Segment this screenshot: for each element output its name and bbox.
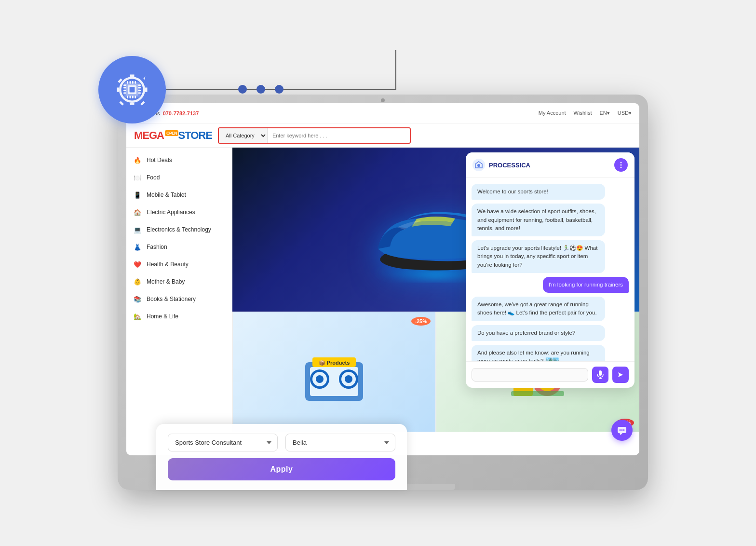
chat-fab-button[interactable] bbox=[611, 420, 633, 441]
chat-input[interactable] bbox=[472, 368, 588, 382]
search-box: All Category bbox=[218, 127, 411, 144]
chat-send-button[interactable] bbox=[612, 367, 629, 383]
nav-my-account[interactable]: My Account bbox=[539, 110, 566, 116]
sidebar-label-mother: Mother & Baby bbox=[147, 278, 185, 285]
sidebar-item-mother[interactable]: 👶 Mother & Baby bbox=[126, 273, 232, 290]
svg-point-48 bbox=[621, 429, 623, 431]
chat-title-text: PROCESSICA bbox=[489, 162, 530, 169]
sidebar: 🔥 Hot Deals 🍽️ Food 📱 Mobile & Tablet 🏠 … bbox=[126, 148, 232, 455]
agent-select[interactable]: BellaAlexSaraMax bbox=[285, 434, 395, 451]
config-panel: Sports Store ConsultantFashion Consultan… bbox=[156, 424, 407, 490]
chat-title: PROCESSICA bbox=[472, 159, 530, 171]
store-main: 🔥 Hot Deals 🍽️ Food 📱 Mobile & Tablet 🏠 … bbox=[126, 148, 639, 455]
chat-msg-6: Do you have a preferred brand or style? bbox=[472, 325, 605, 341]
product-card-1: 📦 Products -25% bbox=[232, 312, 436, 432]
svg-point-47 bbox=[620, 429, 621, 431]
chat-input-row bbox=[466, 361, 634, 388]
fashion-icon: 👗 bbox=[133, 243, 142, 251]
search-category-select[interactable]: All Category bbox=[219, 128, 268, 143]
sidebar-label-electric: Electric Appliances bbox=[147, 209, 195, 216]
phone-number: 070-7782-7137 bbox=[163, 110, 199, 116]
chat-msg-4: I'm looking for running trainers bbox=[543, 277, 629, 293]
svg-rect-19 bbox=[138, 92, 141, 94]
chat-msg-7: And please also let me know: are you run… bbox=[472, 345, 605, 361]
apply-button[interactable]: Apply bbox=[168, 458, 395, 480]
svg-point-39 bbox=[621, 162, 622, 164]
sidebar-item-books[interactable]: 📚 Books & Stationery bbox=[126, 290, 232, 308]
sidebar-label-books: Books & Stationery bbox=[147, 296, 196, 302]
config-selects-row: Sports Store ConsultantFashion Consultan… bbox=[168, 434, 395, 451]
svg-point-40 bbox=[621, 164, 622, 166]
gear-processor-icon bbox=[110, 68, 154, 111]
store-header: 📞 Call us 070-7782-7137 My Account Wishl… bbox=[126, 103, 639, 123]
sidebar-item-mobile[interactable]: 📱 Mobile & Tablet bbox=[126, 186, 232, 204]
svg-rect-42 bbox=[599, 370, 602, 376]
svg-rect-10 bbox=[132, 96, 134, 98]
svg-point-25 bbox=[316, 375, 324, 383]
sidebar-label-food: Food bbox=[147, 174, 160, 181]
svg-point-41 bbox=[621, 167, 622, 168]
svg-rect-14 bbox=[123, 90, 126, 91]
sidebar-item-hot-deals[interactable]: 🔥 Hot Deals bbox=[126, 151, 232, 169]
consultant-select[interactable]: Sports Store ConsultantFashion Consultan… bbox=[168, 434, 278, 451]
chat-messages: Welcome to our sports store! We have a w… bbox=[466, 178, 634, 361]
search-input[interactable] bbox=[268, 128, 410, 143]
product-card-1-bg: 📦 Products bbox=[233, 312, 435, 432]
chat-msg-3: Let's upgrade your sports lifestyle! 🏃‍♂… bbox=[472, 240, 605, 273]
chat-avatar bbox=[472, 159, 485, 171]
chat-voice-button[interactable] bbox=[592, 367, 608, 383]
electric-icon: 🏠 bbox=[133, 208, 142, 217]
scene: 📞 Call us 070-7782-7137 My Account Wishl… bbox=[89, 56, 667, 490]
svg-rect-16 bbox=[138, 84, 141, 86]
chat-msg-5: Awesome, we've got a great range of runn… bbox=[472, 297, 605, 321]
sidebar-item-home[interactable]: 🏡 Home & Life bbox=[126, 308, 232, 325]
nav-language[interactable]: EN▾ bbox=[599, 110, 609, 116]
chat-menu-button[interactable] bbox=[614, 158, 628, 172]
mobile-icon: 📱 bbox=[133, 191, 142, 199]
chat-msg-1: Welcome to our sports store! bbox=[472, 184, 605, 200]
logo-mega: MEGA bbox=[134, 129, 164, 141]
svg-marker-45 bbox=[618, 372, 623, 377]
svg-rect-15 bbox=[123, 92, 126, 94]
mother-icon: 👶 bbox=[133, 277, 142, 286]
svg-point-28 bbox=[345, 375, 352, 383]
food-icon: 🍽️ bbox=[133, 173, 142, 182]
hot-deals-icon: 🔥 bbox=[133, 156, 142, 164]
connection-dot-3 bbox=[275, 85, 284, 94]
sidebar-label-hot-deals: Hot Deals bbox=[147, 157, 172, 164]
sidebar-item-food[interactable]: 🍽️ Food bbox=[126, 169, 232, 186]
logo-store: STORE bbox=[178, 129, 212, 141]
gear-circle bbox=[98, 56, 166, 123]
svg-rect-36 bbox=[511, 391, 564, 396]
sidebar-item-electric[interactable]: 🏠 Electric Appliances bbox=[126, 204, 232, 221]
store-content: 📦 Products -25% bbox=[232, 148, 639, 455]
sidebar-label-home: Home & Life bbox=[147, 313, 178, 320]
svg-point-38 bbox=[477, 164, 480, 167]
sidebar-item-fashion[interactable]: 👗 Fashion bbox=[126, 238, 232, 256]
svg-point-49 bbox=[623, 429, 625, 431]
chat-msg-2: We have a wide selection of sport outfit… bbox=[472, 204, 605, 236]
sidebar-item-electronics[interactable]: 💻 Electronics & Technology bbox=[126, 221, 232, 238]
store-logo: MEGAOPENSTORE bbox=[134, 129, 212, 142]
svg-rect-13 bbox=[123, 87, 126, 89]
connection-dot-2 bbox=[256, 85, 265, 94]
books-icon: 📚 bbox=[133, 295, 142, 303]
chat-header: PROCESSICA bbox=[466, 152, 634, 178]
svg-rect-18 bbox=[138, 90, 141, 91]
svg-rect-12 bbox=[123, 84, 126, 86]
svg-rect-4 bbox=[127, 81, 128, 83]
svg-rect-9 bbox=[130, 96, 131, 98]
laptop-frame: 📞 Call us 070-7782-7137 My Account Wishl… bbox=[118, 95, 648, 490]
sidebar-item-health[interactable]: ❤️ Health & Beauty bbox=[126, 256, 232, 273]
sidebar-label-electronics: Electronics & Technology bbox=[147, 226, 211, 233]
store-nav: My Account Wishlist EN▾ USD▾ bbox=[539, 110, 632, 116]
svg-rect-17 bbox=[138, 87, 141, 89]
home-icon: 🏡 bbox=[133, 312, 142, 321]
sidebar-label-health: Health & Beauty bbox=[147, 261, 189, 268]
nav-currency[interactable]: USD▾ bbox=[618, 110, 632, 116]
nav-wishlist[interactable]: Wishlist bbox=[574, 110, 592, 116]
svg-rect-8 bbox=[127, 96, 128, 98]
svg-rect-5 bbox=[130, 81, 131, 83]
sidebar-label-fashion: Fashion bbox=[147, 244, 167, 250]
svg-rect-7 bbox=[135, 81, 136, 83]
